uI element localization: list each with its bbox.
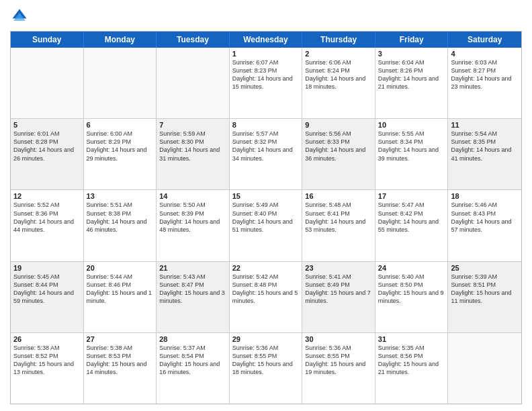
- day-cell-28: 28Sunrise: 5:37 AMSunset: 8:54 PMDayligh…: [157, 333, 230, 404]
- day-info: Sunrise: 5:38 AMSunset: 8:53 PMDaylight:…: [87, 344, 154, 377]
- day-number: 10: [378, 121, 445, 129]
- header-day-saturday: Saturday: [448, 32, 521, 48]
- day-cell-24: 24Sunrise: 5:40 AMSunset: 8:50 PMDayligh…: [375, 262, 449, 332]
- day-info: Sunrise: 5:43 AMSunset: 8:47 PMDaylight:…: [159, 273, 226, 306]
- day-number: 30: [305, 335, 372, 343]
- calendar-body: 1Sunrise: 6:07 AMSunset: 8:23 PMDaylight…: [11, 48, 521, 404]
- day-number: 21: [159, 264, 226, 272]
- header-day-wednesday: Wednesday: [230, 32, 303, 48]
- day-cell-2: 2Sunrise: 6:06 AMSunset: 8:24 PMDaylight…: [302, 48, 375, 118]
- day-cell-13: 13Sunrise: 5:51 AMSunset: 8:38 PMDayligh…: [84, 190, 157, 261]
- empty-cell: [448, 333, 521, 404]
- day-info: Sunrise: 5:37 AMSunset: 8:54 PMDaylight:…: [159, 344, 226, 377]
- day-cell-3: 3Sunrise: 6:04 AMSunset: 8:26 PMDaylight…: [375, 48, 449, 118]
- header-day-monday: Monday: [84, 32, 157, 48]
- day-cell-16: 16Sunrise: 5:48 AMSunset: 8:41 PMDayligh…: [302, 190, 375, 261]
- day-info: Sunrise: 5:59 AMSunset: 8:30 PMDaylight:…: [159, 130, 226, 163]
- day-info: Sunrise: 5:36 AMSunset: 8:55 PMDaylight:…: [232, 344, 300, 377]
- day-cell-18: 18Sunrise: 5:46 AMSunset: 8:43 PMDayligh…: [448, 190, 521, 261]
- day-info: Sunrise: 6:01 AMSunset: 8:28 PMDaylight:…: [13, 130, 81, 163]
- day-info: Sunrise: 5:54 AMSunset: 8:35 PMDaylight:…: [451, 130, 519, 163]
- day-number: 15: [232, 192, 300, 200]
- day-info: Sunrise: 5:38 AMSunset: 8:52 PMDaylight:…: [13, 344, 81, 377]
- calendar-week-4: 19Sunrise: 5:45 AMSunset: 8:44 PMDayligh…: [11, 262, 521, 333]
- day-number: 11: [451, 121, 519, 129]
- day-info: Sunrise: 5:48 AMSunset: 8:41 PMDaylight:…: [305, 201, 372, 234]
- day-info: Sunrise: 5:35 AMSunset: 8:56 PMDaylight:…: [378, 344, 445, 377]
- header-day-tuesday: Tuesday: [157, 32, 230, 48]
- empty-cell: [157, 48, 230, 118]
- day-info: Sunrise: 5:44 AMSunset: 8:46 PMDaylight:…: [87, 273, 154, 306]
- day-number: 31: [378, 335, 445, 343]
- day-info: Sunrise: 6:06 AMSunset: 8:24 PMDaylight:…: [305, 58, 372, 91]
- calendar-header-row: SundayMondayTuesdayWednesdayThursdayFrid…: [11, 32, 521, 48]
- day-number: 25: [451, 264, 519, 272]
- day-cell-9: 9Sunrise: 5:56 AMSunset: 8:33 PMDaylight…: [302, 119, 375, 189]
- day-number: 6: [87, 121, 154, 129]
- day-cell-1: 1Sunrise: 6:07 AMSunset: 8:23 PMDaylight…: [230, 48, 303, 118]
- day-info: Sunrise: 6:04 AMSunset: 8:26 PMDaylight:…: [378, 58, 445, 91]
- day-number: 24: [378, 264, 445, 272]
- day-number: 1: [232, 50, 300, 58]
- day-info: Sunrise: 5:50 AMSunset: 8:39 PMDaylight:…: [159, 201, 226, 234]
- day-number: 3: [378, 50, 445, 58]
- header-day-friday: Friday: [375, 32, 449, 48]
- day-number: 16: [305, 192, 372, 200]
- day-info: Sunrise: 5:40 AMSunset: 8:50 PMDaylight:…: [378, 273, 445, 306]
- day-info: Sunrise: 5:57 AMSunset: 8:32 PMDaylight:…: [232, 130, 300, 163]
- day-info: Sunrise: 6:07 AMSunset: 8:23 PMDaylight:…: [232, 58, 300, 91]
- empty-cell: [84, 48, 157, 118]
- calendar-week-1: 1Sunrise: 6:07 AMSunset: 8:23 PMDaylight…: [11, 48, 521, 119]
- day-number: 20: [87, 264, 154, 272]
- day-info: Sunrise: 5:45 AMSunset: 8:44 PMDaylight:…: [13, 273, 81, 306]
- day-number: 7: [159, 121, 226, 129]
- page: SundayMondayTuesdayWednesdayThursdayFrid…: [0, 0, 532, 411]
- day-cell-21: 21Sunrise: 5:43 AMSunset: 8:47 PMDayligh…: [157, 262, 230, 332]
- day-cell-6: 6Sunrise: 6:00 AMSunset: 8:29 PMDaylight…: [84, 119, 157, 189]
- day-number: 5: [13, 121, 81, 129]
- day-info: Sunrise: 5:56 AMSunset: 8:33 PMDaylight:…: [305, 130, 372, 163]
- day-number: 29: [232, 335, 300, 343]
- day-number: 9: [305, 121, 372, 129]
- day-cell-20: 20Sunrise: 5:44 AMSunset: 8:46 PMDayligh…: [84, 262, 157, 332]
- day-info: Sunrise: 5:47 AMSunset: 8:42 PMDaylight:…: [378, 201, 445, 234]
- day-cell-27: 27Sunrise: 5:38 AMSunset: 8:53 PMDayligh…: [84, 333, 157, 404]
- day-cell-31: 31Sunrise: 5:35 AMSunset: 8:56 PMDayligh…: [375, 333, 449, 404]
- header-day-sunday: Sunday: [11, 32, 84, 48]
- day-cell-26: 26Sunrise: 5:38 AMSunset: 8:52 PMDayligh…: [11, 333, 84, 404]
- day-cell-15: 15Sunrise: 5:49 AMSunset: 8:40 PMDayligh…: [230, 190, 303, 261]
- day-info: Sunrise: 5:36 AMSunset: 8:55 PMDaylight:…: [305, 344, 372, 377]
- day-number: 23: [305, 264, 372, 272]
- day-number: 22: [232, 264, 300, 272]
- day-cell-11: 11Sunrise: 5:54 AMSunset: 8:35 PMDayligh…: [448, 119, 521, 189]
- logo: [10, 7, 32, 26]
- logo-icon: [10, 7, 29, 26]
- day-number: 12: [13, 192, 81, 200]
- day-cell-22: 22Sunrise: 5:42 AMSunset: 8:48 PMDayligh…: [230, 262, 303, 332]
- day-number: 26: [13, 335, 81, 343]
- day-cell-23: 23Sunrise: 5:41 AMSunset: 8:49 PMDayligh…: [302, 262, 375, 332]
- calendar-week-5: 26Sunrise: 5:38 AMSunset: 8:52 PMDayligh…: [11, 333, 521, 404]
- header: [10, 7, 522, 26]
- day-number: 19: [13, 264, 81, 272]
- day-info: Sunrise: 5:42 AMSunset: 8:48 PMDaylight:…: [232, 273, 300, 306]
- day-number: 28: [159, 335, 226, 343]
- day-info: Sunrise: 5:51 AMSunset: 8:38 PMDaylight:…: [87, 201, 154, 234]
- day-cell-17: 17Sunrise: 5:47 AMSunset: 8:42 PMDayligh…: [375, 190, 449, 261]
- calendar-week-2: 5Sunrise: 6:01 AMSunset: 8:28 PMDaylight…: [11, 119, 521, 190]
- day-cell-29: 29Sunrise: 5:36 AMSunset: 8:55 PMDayligh…: [230, 333, 303, 404]
- calendar-week-3: 12Sunrise: 5:52 AMSunset: 8:36 PMDayligh…: [11, 190, 521, 261]
- day-cell-7: 7Sunrise: 5:59 AMSunset: 8:30 PMDaylight…: [157, 119, 230, 189]
- day-number: 27: [87, 335, 154, 343]
- day-number: 13: [87, 192, 154, 200]
- empty-cell: [11, 48, 84, 118]
- day-cell-4: 4Sunrise: 6:03 AMSunset: 8:27 PMDaylight…: [448, 48, 521, 118]
- day-cell-25: 25Sunrise: 5:39 AMSunset: 8:51 PMDayligh…: [448, 262, 521, 332]
- day-info: Sunrise: 5:49 AMSunset: 8:40 PMDaylight:…: [232, 201, 300, 234]
- day-cell-5: 5Sunrise: 6:01 AMSunset: 8:28 PMDaylight…: [11, 119, 84, 189]
- day-info: Sunrise: 6:03 AMSunset: 8:27 PMDaylight:…: [451, 58, 519, 91]
- day-info: Sunrise: 5:55 AMSunset: 8:34 PMDaylight:…: [378, 130, 445, 163]
- day-info: Sunrise: 5:41 AMSunset: 8:49 PMDaylight:…: [305, 273, 372, 306]
- day-number: 4: [451, 50, 519, 58]
- header-day-thursday: Thursday: [302, 32, 375, 48]
